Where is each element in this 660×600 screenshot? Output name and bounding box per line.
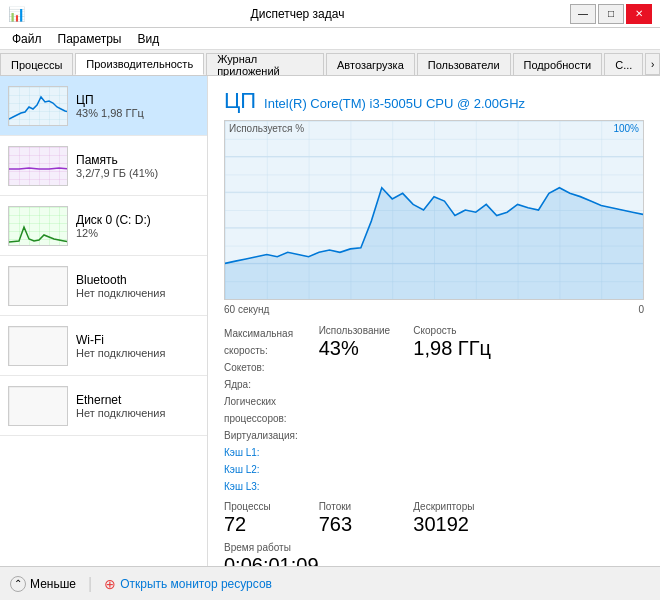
handles-label: Дескрипторы — [413, 501, 504, 512]
separator: | — [88, 575, 92, 593]
svg-rect-10 — [9, 387, 68, 426]
chart-time-right: 0 — [638, 304, 644, 315]
l1-label: Кэш L1: — [224, 444, 315, 461]
sockets-label: Сокетов: — [224, 359, 315, 376]
tab-arrow-right[interactable]: › — [645, 53, 660, 75]
wifi-name: Wi-Fi — [76, 333, 199, 347]
right-info: Максимальная скорость: Сокетов: Ядра: Ло… — [224, 325, 315, 495]
usage-label: Использование — [319, 325, 410, 336]
cpu-chart: Используется % 100% — [224, 120, 644, 300]
chart-time-left: 60 секунд — [224, 304, 269, 315]
stat-uptime: Время работы 0:06:01:09 — [224, 542, 644, 566]
title-bar: 📊 Диспетчер задач — □ ✕ — [0, 0, 660, 28]
svg-rect-1 — [9, 87, 68, 126]
sidebar: ЦП 43% 1,98 ГГц Память — [0, 76, 208, 566]
stat-processes: Процессы 72 — [224, 501, 315, 536]
sidebar-item-cpu[interactable]: ЦП 43% 1,98 ГГц — [0, 76, 207, 136]
chevron-up-icon: ⌃ — [10, 576, 26, 592]
svg-rect-8 — [9, 327, 68, 366]
maximize-button[interactable]: □ — [598, 4, 624, 24]
logical-label: Логических процессоров: — [224, 393, 315, 427]
bt-info: Bluetooth Нет подключения — [76, 273, 199, 299]
chart-y-max: 100% — [613, 123, 639, 134]
less-button[interactable]: ⌃ Меньше — [10, 576, 76, 592]
cpu-info: ЦП 43% 1,98 ГГц — [76, 93, 199, 119]
mem-info: Память 3,2/7,9 ГБ (41%) — [76, 153, 199, 179]
tab-details[interactable]: Подробности — [513, 53, 603, 75]
processes-value: 72 — [224, 512, 315, 536]
uptime-value: 0:06:01:09 — [224, 553, 644, 566]
detail-header: ЦП Intel(R) Core(TM) i3-5005U CPU @ 2.00… — [224, 88, 644, 114]
eth-detail: Нет подключения — [76, 407, 199, 419]
close-button[interactable]: ✕ — [626, 4, 652, 24]
eth-name: Ethernet — [76, 393, 199, 407]
monitor-link[interactable]: ⊕ Открыть монитор ресурсов — [104, 576, 272, 592]
bt-mini-chart — [9, 267, 68, 306]
virt-label: Виртуализация: — [224, 427, 315, 444]
disk-name: Диск 0 (C: D:) — [76, 213, 199, 227]
stat-threads: Потоки 763 — [319, 501, 410, 536]
app-icon: 📊 — [8, 6, 25, 22]
threads-value: 763 — [319, 512, 410, 536]
sidebar-item-memory[interactable]: Память 3,2/7,9 ГБ (41%) — [0, 136, 207, 196]
usage-value: 43% — [319, 336, 410, 360]
main-content: ЦП 43% 1,98 ГГц Память — [0, 76, 660, 566]
detail-panel: ЦП Intel(R) Core(TM) i3-5005U CPU @ 2.00… — [208, 76, 660, 566]
cpu-name: ЦП — [76, 93, 199, 107]
bottom-bar: ⌃ Меньше | ⊕ Открыть монитор ресурсов — [0, 566, 660, 600]
cpu-chart-svg — [225, 121, 643, 299]
max-speed-label: Максимальная скорость: — [224, 325, 315, 359]
sidebar-item-wifi[interactable]: Wi-Fi Нет подключения — [0, 316, 207, 376]
tab-app-history[interactable]: Журнал приложений — [206, 53, 324, 75]
eth-info: Ethernet Нет подключения — [76, 393, 199, 419]
bt-thumbnail — [8, 266, 68, 306]
svg-rect-3 — [9, 147, 68, 186]
tab-performance[interactable]: Производительность — [75, 53, 204, 75]
sidebar-item-disk[interactable]: Диск 0 (C: D:) 12% — [0, 196, 207, 256]
threads-label: Потоки — [319, 501, 410, 512]
minimize-button[interactable]: — — [570, 4, 596, 24]
cpu-mini-chart — [9, 87, 68, 126]
bt-detail: Нет подключения — [76, 287, 199, 299]
eth-thumbnail — [8, 386, 68, 426]
menu-bar: Файл Параметры Вид — [0, 28, 660, 50]
stat-usage: Использование 43% — [319, 325, 410, 360]
tab-users[interactable]: Пользователи — [417, 53, 511, 75]
mem-mini-chart — [9, 147, 68, 186]
detail-subtitle: Intel(R) Core(TM) i3-5005U CPU @ 2.00GHz — [264, 96, 525, 111]
disk-info: Диск 0 (C: D:) 12% — [76, 213, 199, 239]
chart-time-labels: 60 секунд 0 — [224, 304, 644, 315]
speed-value: 1,98 ГГц — [413, 336, 504, 360]
window-title: Диспетчер задач — [25, 7, 570, 21]
stat-speed: Скорость 1,98 ГГц — [413, 325, 504, 360]
tab-bar: Процессы Производительность Журнал прило… — [0, 50, 660, 76]
disk-detail: 12% — [76, 227, 199, 239]
stat-handles: Дескрипторы 30192 — [413, 501, 504, 536]
eth-mini-chart — [9, 387, 68, 426]
wifi-info: Wi-Fi Нет подключения — [76, 333, 199, 359]
stat-empty — [508, 325, 644, 360]
cpu-detail: 43% 1,98 ГГц — [76, 107, 199, 119]
less-label: Меньше — [30, 577, 76, 591]
speed-label: Скорость — [413, 325, 504, 336]
monitor-icon: ⊕ — [104, 576, 116, 592]
menu-file[interactable]: Файл — [4, 30, 50, 48]
tab-processes[interactable]: Процессы — [0, 53, 73, 75]
disk-thumbnail — [8, 206, 68, 246]
sidebar-item-ethernet[interactable]: Ethernet Нет подключения — [0, 376, 207, 436]
menu-params[interactable]: Параметры — [50, 30, 130, 48]
mem-detail: 3,2/7,9 ГБ (41%) — [76, 167, 199, 179]
wifi-thumbnail — [8, 326, 68, 366]
monitor-label: Открыть монитор ресурсов — [120, 577, 272, 591]
chart-y-label: Используется % — [229, 123, 304, 134]
disk-mini-chart — [9, 207, 68, 246]
menu-view[interactable]: Вид — [129, 30, 167, 48]
tab-startup[interactable]: Автозагрузка — [326, 53, 415, 75]
bt-name: Bluetooth — [76, 273, 199, 287]
tab-more[interactable]: С... — [604, 53, 643, 75]
l2-label: Кэш L2: — [224, 461, 315, 478]
svg-rect-6 — [9, 267, 68, 306]
detail-title: ЦП — [224, 88, 256, 114]
cpu-thumbnail — [8, 86, 68, 126]
sidebar-item-bluetooth[interactable]: Bluetooth Нет подключения — [0, 256, 207, 316]
